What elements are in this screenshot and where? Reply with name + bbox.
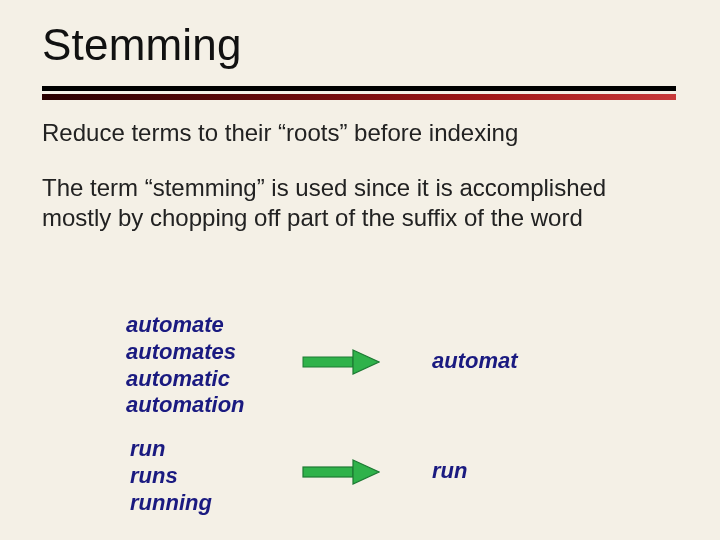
example-2-output: run: [432, 458, 467, 485]
arrow-head: [353, 460, 379, 484]
example-1-input-3: automation: [126, 392, 245, 419]
example-1-input-0: automate: [126, 312, 245, 339]
example-2-input-0: run: [130, 436, 212, 463]
title-rule: [42, 86, 676, 102]
arrow-head: [353, 350, 379, 374]
example-2-input-2: running: [130, 490, 212, 517]
rule-thick: [42, 86, 676, 91]
example-2-inputs: run runs running: [130, 436, 212, 516]
example-1-input-1: automates: [126, 339, 245, 366]
paragraph-1: Reduce terms to their “roots” before ind…: [42, 118, 676, 147]
example-1-output: automat: [432, 348, 518, 375]
arrow-icon-1: [302, 348, 380, 376]
rule-gradient: [42, 94, 676, 100]
arrow-icon-2: [302, 458, 380, 486]
slide-title: Stemming: [42, 20, 242, 70]
slide: Stemming Reduce terms to their “roots” b…: [0, 0, 720, 540]
slide-body: Reduce terms to their “roots” before ind…: [42, 118, 676, 258]
arrow-shaft: [303, 357, 353, 367]
example-1-inputs: automate automates automatic automation: [126, 312, 245, 419]
paragraph-2: The term “stemming” is used since it is …: [42, 173, 676, 232]
arrow-shaft: [303, 467, 353, 477]
example-1-input-2: automatic: [126, 366, 245, 393]
example-2-input-1: runs: [130, 463, 212, 490]
